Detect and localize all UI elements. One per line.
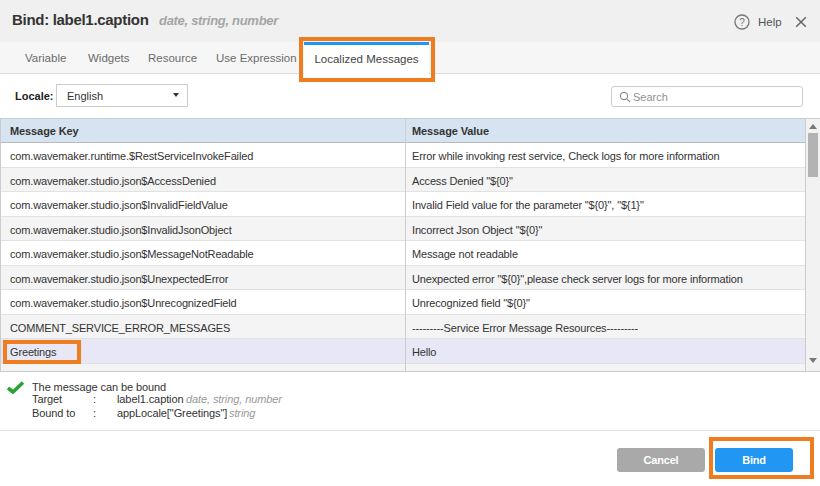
svg-text:?: ? xyxy=(739,17,745,28)
